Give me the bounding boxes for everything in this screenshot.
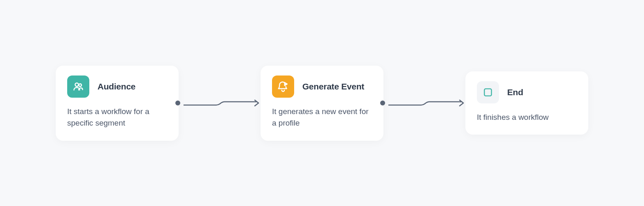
node-title: End xyxy=(507,87,523,97)
bell-play-icon xyxy=(272,76,294,98)
workflow-node-generate-event[interactable]: Generate Event It generates a new event … xyxy=(261,66,383,141)
workflow-connector xyxy=(380,93,466,113)
connector-line-icon xyxy=(184,97,256,109)
connector-dot-icon xyxy=(380,101,385,105)
workflow-node-end[interactable]: End It finishes a workflow xyxy=(465,71,588,135)
svg-point-1 xyxy=(79,84,82,87)
workflow-connector xyxy=(175,93,261,113)
node-description: It starts a workflow for a specific segm… xyxy=(67,106,167,129)
node-description: It finishes a workflow xyxy=(477,112,577,124)
node-header: End xyxy=(477,81,577,103)
svg-rect-2 xyxy=(484,89,491,96)
stop-icon xyxy=(477,81,499,103)
node-description: It generates a new event for a profile xyxy=(272,106,372,129)
node-title: Audience xyxy=(98,82,136,92)
connector-dot-icon xyxy=(175,101,180,105)
arrow-right-icon xyxy=(459,99,465,107)
workflow-node-audience[interactable]: Audience It starts a workflow for a spec… xyxy=(56,66,179,141)
audience-icon xyxy=(67,76,89,98)
connector-line-icon xyxy=(388,97,461,109)
arrow-right-icon xyxy=(254,99,260,107)
node-header: Generate Event xyxy=(272,76,372,98)
node-header: Audience xyxy=(67,76,167,98)
svg-point-0 xyxy=(75,83,78,86)
node-title: Generate Event xyxy=(302,82,364,92)
workflow-diagram: Audience It starts a workflow for a spec… xyxy=(56,66,588,141)
